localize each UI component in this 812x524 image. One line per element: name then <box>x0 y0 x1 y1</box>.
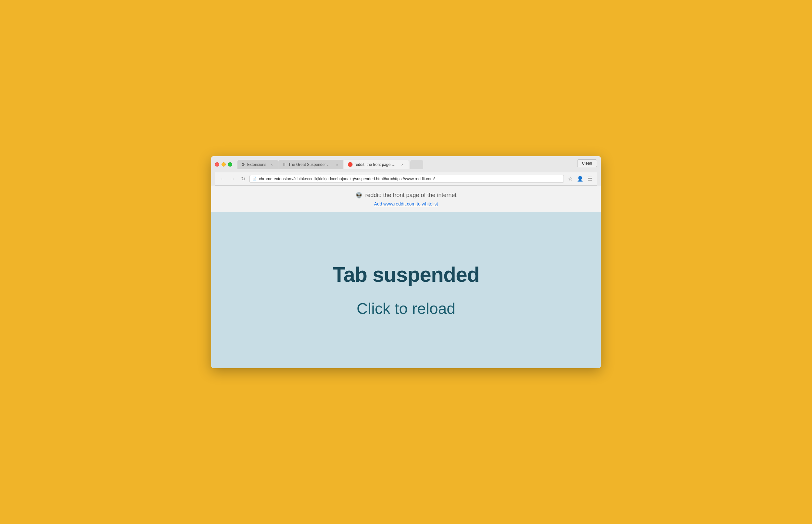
clean-button[interactable]: Clean <box>577 159 597 167</box>
page-content[interactable]: Tab suspended Click to reload <box>211 212 601 368</box>
reddit-tab-icon: 🔴 <box>347 162 353 167</box>
close-button[interactable] <box>215 162 219 166</box>
profile-button[interactable]: 👤 <box>576 175 584 183</box>
address-bar: 📄 chrome-extension://klbibkeccnjlkjkiokj… <box>215 173 597 186</box>
whitelist-link[interactable]: Add www.reddit.com to whitelist <box>374 201 438 207</box>
tab-great-suspender[interactable]: ⏸ The Great Suspender - Ch… × <box>278 160 343 169</box>
bookmark-button[interactable]: ☆ <box>566 175 574 183</box>
refresh-button[interactable] <box>239 175 247 183</box>
suspender-tab-icon: ⏸ <box>282 162 287 167</box>
new-tab-placeholder <box>410 160 423 169</box>
title-bar-top: ⚙ Extensions × ⏸ The Great Suspender - C… <box>215 159 597 170</box>
extensions-tab-label: Extensions <box>247 162 266 167</box>
forward-button[interactable] <box>229 175 237 183</box>
title-bar: ⚙ Extensions × ⏸ The Great Suspender - C… <box>211 156 601 186</box>
site-title: 👽 reddit: the front page of the internet <box>217 192 595 199</box>
extensions-tab-icon: ⚙ <box>241 162 245 167</box>
window-controls <box>215 162 232 166</box>
url-bar[interactable]: 📄 chrome-extension://klbibkeccnjlkjkiokj… <box>249 175 564 183</box>
browser-window: ⚙ Extensions × ⏸ The Great Suspender - C… <box>211 156 601 368</box>
address-bar-actions: ☆ 👤 ☰ <box>566 175 594 183</box>
reload-prompt[interactable]: Click to reload <box>357 300 455 317</box>
maximize-button[interactable] <box>228 162 232 166</box>
suspender-tab-close[interactable]: × <box>335 162 339 167</box>
minimize-button[interactable] <box>222 162 226 166</box>
menu-button[interactable]: ☰ <box>586 175 594 183</box>
page-header: 👽 reddit: the front page of the internet… <box>211 186 601 212</box>
reddit-tab-close[interactable]: × <box>400 162 405 167</box>
reddit-tab-label: reddit: the front page of th… <box>355 162 397 167</box>
suspender-tab-label: The Great Suspender - Ch… <box>289 162 331 167</box>
tab-extensions[interactable]: ⚙ Extensions × <box>238 160 278 169</box>
suspended-heading: Tab suspended <box>332 263 480 287</box>
back-button[interactable] <box>218 175 226 183</box>
site-title-text: reddit: the front page of the internet <box>365 192 456 199</box>
tab-bar: ⚙ Extensions × ⏸ The Great Suspender - C… <box>238 160 577 169</box>
extensions-tab-close[interactable]: × <box>270 162 274 167</box>
page-icon: 📄 <box>253 177 257 181</box>
url-text: chrome-extension://klbibkeccnjlkjkiokjod… <box>259 177 561 181</box>
tab-reddit[interactable]: 🔴 reddit: the front page of th… × <box>344 160 409 169</box>
reddit-icon: 👽 <box>355 192 362 199</box>
